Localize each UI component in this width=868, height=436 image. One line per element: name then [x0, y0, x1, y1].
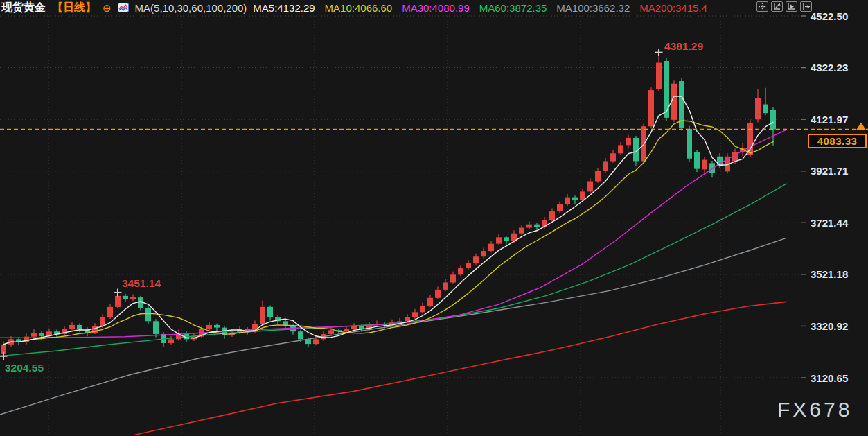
candle: [443, 282, 448, 289]
candle: [206, 325, 212, 329]
symbol-title: 现货黄金: [1, 1, 46, 15]
candle: [420, 306, 425, 312]
candle: [351, 326, 357, 329]
candle: [557, 204, 563, 211]
candle: [473, 256, 479, 263]
candle: [458, 268, 463, 274]
candle: [694, 152, 700, 168]
period-label[interactable]: 【日线】: [52, 1, 96, 15]
candle: [405, 317, 410, 322]
candle: [747, 123, 753, 155]
candle: [328, 330, 334, 334]
candle: [344, 329, 349, 331]
chart-toolbar: [756, 1, 812, 12]
candle: [641, 126, 646, 161]
last-price-tag: 4083.33: [808, 134, 867, 148]
price-annotation: 3204.55: [5, 362, 44, 374]
candle: [1, 345, 6, 354]
candle: [671, 84, 677, 120]
candle: [618, 145, 623, 153]
legend-ma5: MA5:4132.29: [253, 2, 315, 14]
candle: [69, 325, 75, 329]
candle: [260, 307, 265, 324]
candle: [481, 251, 486, 256]
candle: [298, 331, 303, 339]
candle: [145, 308, 151, 322]
candle: [687, 129, 692, 159]
y-axis-label: 4322.23: [811, 62, 848, 73]
price-annotation: 4381.29: [664, 40, 703, 52]
legend-ma60: MA60:3872.35: [479, 2, 547, 14]
ma-legend: MA5:4132.29MA10:4066.60MA30:4080.99MA60:…: [253, 2, 707, 14]
legend-ma30: MA30:4080.99: [402, 2, 470, 14]
y-axis-label: 3120.65: [811, 372, 848, 384]
legend-ma100: MA100:3662.32: [556, 2, 630, 14]
add-indicator-icon[interactable]: ⊕: [103, 3, 112, 13]
candle: [572, 198, 578, 200]
chart-header: 现货黄金【日线】 ⊕ MA(5,10,30,60,100,200) MA5:41…: [1, 0, 707, 15]
candle: [534, 225, 540, 227]
candle: [450, 274, 456, 282]
scale-play-icon[interactable]: [786, 1, 797, 12]
candle: [77, 325, 82, 329]
scale-axis-icon[interactable]: [771, 1, 783, 12]
candle: [123, 296, 128, 299]
chart-window: 4522.504322.234121.973921.713721.443521.…: [0, 0, 868, 436]
candle: [526, 225, 532, 228]
candle: [763, 105, 768, 114]
candle: [587, 182, 593, 192]
candle: [412, 312, 418, 317]
ma-settings-label: MA(5,10,30,60,100,200): [135, 2, 247, 14]
candle: [610, 153, 616, 161]
candle: [595, 171, 601, 182]
candle: [626, 138, 631, 145]
legend-ma10: MA10:4066.60: [325, 2, 393, 14]
candle: [466, 263, 471, 268]
y-axis-label: 4522.50: [811, 10, 848, 22]
candle: [107, 307, 113, 317]
price-up-arrow-icon: [856, 123, 866, 130]
y-axis-label: 3521.18: [811, 268, 848, 280]
candle: [603, 161, 608, 171]
candle: [313, 339, 319, 344]
detach-window-icon[interactable]: [800, 1, 812, 12]
candle: [427, 298, 433, 306]
ma-line-ma5: [3, 96, 773, 345]
candle: [770, 110, 776, 130]
y-axis-label: 3320.92: [811, 320, 848, 332]
ma-line-ma200: [135, 302, 786, 435]
candle: [664, 61, 669, 118]
y-axis-label: 3921.71: [811, 165, 848, 177]
candle: [168, 339, 174, 343]
ma-line-ma60: [0, 184, 786, 356]
candle: [153, 321, 159, 334]
chart-type-icon[interactable]: [118, 3, 129, 12]
candle: [130, 297, 136, 299]
candle: [435, 290, 441, 298]
candle: [138, 297, 143, 308]
candle: [702, 160, 707, 170]
candle: [519, 228, 524, 234]
y-axis-label: 4121.97: [811, 114, 848, 125]
candle: [504, 237, 509, 241]
candle: [31, 333, 37, 337]
candle: [656, 63, 662, 89]
candle: [565, 198, 570, 204]
candlestick-chart[interactable]: 4522.504322.234121.973921.713721.443521.…: [0, 0, 868, 436]
candle: [755, 98, 761, 119]
candle: [549, 211, 555, 220]
candle: [488, 244, 494, 251]
candle: [267, 307, 273, 317]
price-annotation: 3451.14: [122, 277, 161, 289]
candle: [648, 90, 654, 126]
legend-ma200: MA200:3415.4: [639, 2, 707, 14]
candle: [39, 333, 44, 336]
ma-line-ma10: [3, 121, 773, 345]
y-axis-label: 3721.44: [811, 217, 849, 229]
candle: [496, 237, 502, 243]
watermark: FX678: [777, 398, 852, 421]
crosshair-icon[interactable]: [756, 1, 768, 12]
candle: [115, 296, 121, 307]
candle: [214, 325, 220, 328]
